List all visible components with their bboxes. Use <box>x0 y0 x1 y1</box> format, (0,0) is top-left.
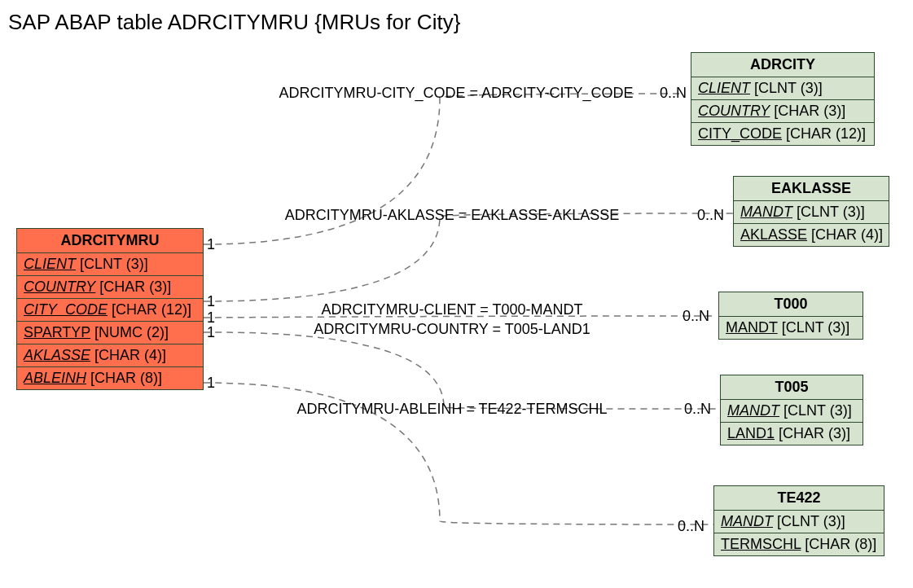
field-name: MANDT <box>721 513 773 529</box>
cardinality-right: 0..N <box>697 207 724 224</box>
entity-te422: TE422 MANDT [CLNT (3)] TERMSCHL [CHAR (8… <box>713 485 884 556</box>
field-name: AKLASSE <box>24 347 90 363</box>
field-row: COUNTRY [CHAR (3)] <box>17 276 203 299</box>
entity-adrcity: ADRCITY CLIENT [CLNT (3)] COUNTRY [CHAR … <box>691 52 875 146</box>
field-type: [CLNT (3)] <box>797 204 865 220</box>
field-row: CITY_CODE [CHAR (12)] <box>17 299 203 322</box>
field-type: [CHAR (8)] <box>805 536 876 552</box>
cardinality-right: 0..N <box>660 85 687 102</box>
field-type: [NUMC (2)] <box>94 324 169 340</box>
field-row: TERMSCHL [CHAR (8)] <box>714 533 884 555</box>
field-row: MANDT [CLNT (3)] <box>734 201 889 224</box>
relation-label: ADRCITYMRU-AKLASSE = EAKLASSE-AKLASSE <box>261 207 643 224</box>
field-name: SPARTYP <box>24 324 90 340</box>
entity-te422-header: TE422 <box>714 486 884 511</box>
field-type: [CHAR (4)] <box>811 226 883 243</box>
field-type: [CHAR (3)] <box>99 279 171 295</box>
page-title: SAP ABAP table ADRCITYMRU {MRUs for City… <box>8 10 460 35</box>
relation-label: ADRCITYMRU-COUNTRY = T005-LAND1 <box>277 321 627 338</box>
relation-label: ADRCITYMRU-CLIENT = T000-MANDT <box>277 301 627 318</box>
entity-t005-header: T005 <box>721 375 863 400</box>
field-type: [CHAR (4)] <box>94 347 166 363</box>
entity-adrcitymru: ADRCITYMRU CLIENT [CLNT (3)] COUNTRY [CH… <box>16 228 204 390</box>
field-name: CITY_CODE <box>24 301 108 318</box>
field-row: ABLEINH [CHAR (8)] <box>17 367 203 389</box>
cardinality-right: 0..N <box>684 401 711 418</box>
cardinality-left: 1 <box>207 236 215 253</box>
field-name: CLIENT <box>698 80 750 96</box>
cardinality-right: 0..N <box>678 518 705 535</box>
entity-adrcity-header: ADRCITY <box>691 53 874 77</box>
entity-eaklasse-header: EAKLASSE <box>734 177 889 201</box>
field-row: MANDT [CLNT (3)] <box>719 317 863 339</box>
field-name: CITY_CODE <box>698 125 782 142</box>
field-name: MANDT <box>727 402 779 419</box>
field-name: MANDT <box>726 319 778 336</box>
cardinality-left: 1 <box>207 324 215 341</box>
entity-t005: T005 MANDT [CLNT (3)] LAND1 [CHAR (3)] <box>720 375 863 445</box>
field-type: [CHAR (3)] <box>779 425 850 441</box>
field-type: [CLNT (3)] <box>80 256 148 272</box>
field-name: LAND1 <box>727 425 775 441</box>
field-row: CLIENT [CLNT (3)] <box>691 77 874 100</box>
relation-label: ADRCITYMRU-CITY_CODE = ADRCITY-CITY_CODE <box>252 85 660 102</box>
field-row: MANDT [CLNT (3)] <box>714 511 884 533</box>
field-type: [CHAR (12)] <box>786 125 866 142</box>
field-type: [CLNT (3)] <box>777 513 845 529</box>
field-row: LAND1 [CHAR (3)] <box>721 423 863 445</box>
field-row: CLIENT [CLNT (3)] <box>17 253 203 276</box>
cardinality-left: 1 <box>207 293 215 310</box>
field-type: [CLNT (3)] <box>784 402 852 419</box>
field-name: COUNTRY <box>698 103 770 119</box>
field-name: AKLASSE <box>740 226 807 243</box>
field-type: [CHAR (3)] <box>774 103 845 119</box>
entity-adrcitymru-header: ADRCITYMRU <box>17 229 203 253</box>
field-type: [CHAR (8)] <box>90 370 162 386</box>
field-row: SPARTYP [NUMC (2)] <box>17 322 203 344</box>
field-row: CITY_CODE [CHAR (12)] <box>691 123 874 145</box>
field-row: MANDT [CLNT (3)] <box>721 400 863 423</box>
field-type: [CLNT (3)] <box>782 319 850 336</box>
relation-label: ADRCITYMRU-ABLEINH = TE422-TERMSCHL <box>261 401 643 418</box>
field-name: CLIENT <box>24 256 76 272</box>
field-type: [CHAR (12)] <box>112 301 191 318</box>
field-type: [CLNT (3)] <box>754 80 823 96</box>
field-row: COUNTRY [CHAR (3)] <box>691 100 874 123</box>
field-name: TERMSCHL <box>721 536 801 552</box>
entity-t000: T000 MANDT [CLNT (3)] <box>718 292 863 340</box>
field-row: AKLASSE [CHAR (4)] <box>17 344 203 367</box>
field-name: COUNTRY <box>24 279 95 295</box>
cardinality-right: 0..N <box>683 308 709 325</box>
field-row: AKLASSE [CHAR (4)] <box>734 224 889 246</box>
entity-t000-header: T000 <box>719 292 863 317</box>
field-name: MANDT <box>740 204 792 220</box>
cardinality-left: 1 <box>207 375 215 392</box>
entity-eaklasse: EAKLASSE MANDT [CLNT (3)] AKLASSE [CHAR … <box>733 176 889 247</box>
field-name: ABLEINH <box>24 370 86 386</box>
